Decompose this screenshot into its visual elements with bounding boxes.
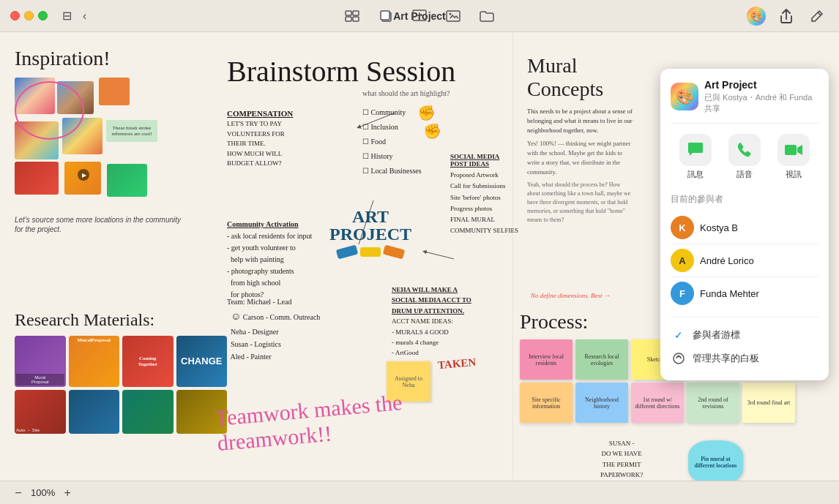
phone-icon — [728, 134, 761, 166]
what-should-note: what should the art highlight? — [362, 89, 450, 97]
media-icon[interactable] — [443, 8, 463, 24]
cursor-toggle-item[interactable]: ✓ 參與者游標 — [671, 323, 819, 347]
titlebar-right: 🎨 — [747, 7, 827, 26]
message-label: 訊息 — [687, 169, 704, 180]
svg-rect-2 — [346, 17, 351, 21]
svg-rect-1 — [353, 11, 359, 15]
photo-sticky-note: These brush stroke references are cool! — [106, 120, 157, 142]
manage-item[interactable]: 管理共享的白板 — [671, 347, 819, 370]
participant-kostya: K Kostya B — [671, 211, 819, 244]
svg-line-14 — [425, 252, 454, 259]
message-action[interactable]: 訊息 — [671, 131, 720, 183]
share-popup: 🎨 Art Project 已與 Kostya・André 和 Funda 共享… — [660, 69, 829, 380]
research-item-5: Auto → Site — [15, 390, 66, 434]
neha-note: NEHA WILL MAKE A SOCIAL MEDIA ACCT TO DR… — [392, 285, 471, 358]
sticky-second-round: 2nd round of revisions — [687, 383, 739, 423]
participant-name-funda: Funda Mehter — [700, 288, 759, 299]
svg-rect-0 — [346, 11, 351, 15]
phone-action[interactable]: 語音 — [720, 131, 769, 183]
fist-emoji: ✊ — [417, 105, 436, 120]
popup-subtitle: 已與 Kostya・André 和 Funda 共享 — [704, 92, 819, 114]
participant-funda: F Funda Mehter — [671, 277, 819, 309]
checklist-note: ☐ Community ☐ Inclusion ☐ Food ☐ History… — [362, 105, 422, 178]
sidebar-toggle-icon[interactable]: ⊟ — [56, 8, 77, 24]
close-button[interactable] — [10, 11, 20, 20]
svg-point-10 — [450, 12, 452, 15]
photo-item-orange — [99, 78, 130, 105]
play-button[interactable]: ▶ — [78, 169, 89, 181]
nav-arrows: ‹ — [83, 10, 86, 23]
traffic-lights — [10, 11, 48, 20]
message-icon — [679, 134, 712, 166]
participant-name-kostya: Kostya B — [700, 222, 738, 233]
svg-line-11 — [818, 12, 821, 15]
research-item-6 — [69, 390, 120, 434]
zoom-in-button[interactable]: + — [59, 485, 75, 501]
view-mode-icon[interactable] — [342, 8, 362, 24]
svg-rect-3 — [353, 17, 359, 21]
video-action[interactable]: 視訊 — [769, 131, 819, 183]
community-activation-note: Community Activation - ask local residen… — [227, 219, 312, 301]
svg-rect-5 — [381, 11, 389, 20]
phone-label: 語音 — [737, 169, 753, 180]
research-item-2: MuralProposal — [69, 336, 120, 387]
sticky-third-round: 3rd round final art — [742, 383, 795, 423]
photo-red-car — [15, 162, 59, 195]
back-button[interactable]: ‹ — [83, 10, 86, 23]
video-label: 視訊 — [786, 169, 802, 180]
user-avatar[interactable]: 🎨 — [747, 7, 766, 26]
inspiration-title: Inspiration! — [15, 47, 183, 70]
permit-sticky: Pin mural at different locations — [688, 440, 743, 481]
popup-footer: ✓ 參與者游標 管理共享的白板 — [671, 317, 819, 370]
inspiration-caption: Let's source some more locations in the … — [15, 215, 183, 234]
popup-title: Art Project — [704, 79, 819, 91]
research-grid: MuralProposal MuralProposal ComingTogeth… — [15, 336, 227, 434]
avatar-andre: A — [671, 249, 694, 272]
avatar-funda: F — [671, 282, 694, 305]
compensation-note: COMPENSATION LET'S TRY TO PAYVOLUNTEERS … — [227, 109, 293, 169]
participant-andre: A André Lorico — [671, 244, 819, 277]
duplicate-icon[interactable] — [376, 8, 396, 24]
sticky-research: Research local ecologies — [575, 339, 628, 380]
insert-icon[interactable] — [409, 8, 430, 24]
cursor-label: 參與者游標 — [693, 328, 740, 342]
checkmark-icon: ✓ — [671, 327, 687, 343]
research-title: Research Materials: — [15, 310, 227, 330]
fist-emoji-2: ✊ — [423, 124, 441, 138]
avatar-kostya: K — [671, 216, 694, 239]
sticky-site: Site specific information — [520, 383, 573, 423]
research-item-coming-together: ComingTogether — [122, 336, 174, 387]
zoom-out-button[interactable]: − — [10, 485, 26, 501]
bottombar: − 100% + — [0, 481, 839, 504]
sticky-interview: Interview local residents — [520, 339, 573, 380]
manage-icon — [671, 350, 687, 366]
minimize-button[interactable] — [24, 11, 34, 20]
sticky-neighborhood: Neighborhood history — [575, 383, 628, 423]
fullscreen-button[interactable] — [38, 11, 48, 20]
research-item-change: CHANGE — [176, 336, 228, 387]
popup-actions: 訊息 語音 視訊 — [671, 123, 819, 183]
video-icon — [778, 134, 810, 166]
inspiration-section: Inspiration! These brush stroke referenc… — [15, 47, 183, 234]
canvas[interactable]: Inspiration! These brush stroke referenc… — [0, 32, 839, 481]
circle-highlight — [15, 81, 84, 140]
art-project-center: ARTPROJECT — [329, 208, 411, 257]
edit-icon[interactable] — [807, 8, 827, 24]
svg-point-16 — [674, 353, 684, 364]
zoom-level[interactable]: 100% — [31, 487, 55, 498]
share-icon[interactable] — [776, 8, 797, 24]
svg-rect-15 — [785, 145, 797, 155]
svg-point-17 — [678, 356, 680, 358]
participants-list: K Kostya B A André Lorico F Funda Mehter — [671, 211, 819, 309]
sticky-row-2: Site specific information Neighborhood h… — [520, 383, 827, 423]
social-media-note: SOCIAL MEDIAPOST IDEAS Proposed Artwork … — [450, 153, 518, 237]
popup-header: 🎨 Art Project 已與 Kostya・André 和 Funda 共享 — [671, 79, 819, 114]
folder-icon[interactable] — [477, 8, 497, 24]
divider-line — [512, 32, 513, 481]
susan-note: SUSAN -DO WE HAVETHE PERMITPAPERWORK? — [600, 438, 643, 481]
mural-section: Mural Concepts This needs to be a projec… — [527, 54, 633, 225]
photo-grid: These brush stroke references are cool! … — [15, 78, 168, 209]
sticky-first-round: 1st round w/ different directions — [631, 383, 684, 423]
photo-map — [107, 164, 147, 197]
mural-text: This needs to be a project about a sense… — [527, 107, 633, 135]
